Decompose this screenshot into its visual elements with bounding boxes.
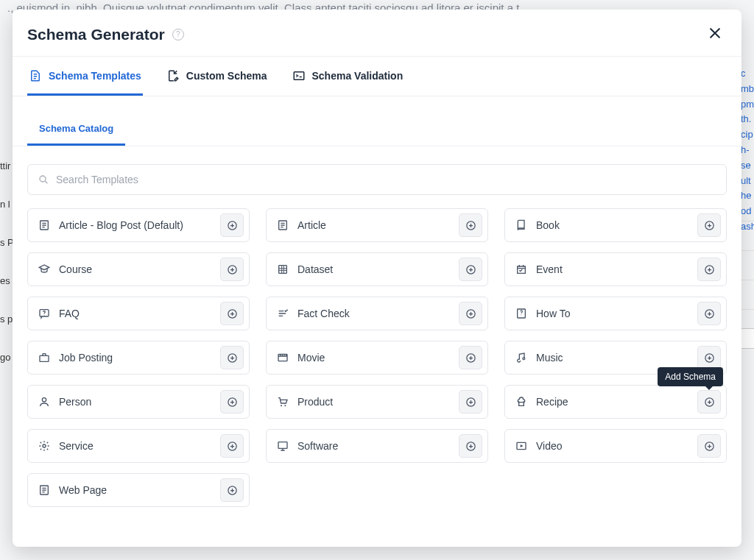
article-icon bbox=[38, 219, 50, 231]
cart-icon bbox=[277, 396, 289, 408]
add-schema-button[interactable] bbox=[697, 258, 721, 281]
schema-generator-modal: Schema Generator ? Schema Templates Cust… bbox=[13, 10, 741, 547]
template-card[interactable]: Fact Check bbox=[266, 297, 488, 330]
tab-label: Schema Validation bbox=[312, 70, 404, 82]
template-label: Job Posting bbox=[59, 352, 113, 364]
plus-circle-icon bbox=[704, 441, 715, 452]
tab-label: Custom Schema bbox=[186, 70, 267, 82]
template-grid: Article - Blog Post (Default)ArticleBook… bbox=[27, 208, 727, 507]
template-card[interactable]: Service bbox=[27, 429, 250, 463]
add-schema-tooltip: Add Schema bbox=[658, 367, 723, 386]
template-card[interactable]: Software bbox=[266, 429, 488, 463]
search-wrap bbox=[27, 164, 727, 195]
plus-circle-icon bbox=[704, 220, 715, 231]
plus-circle-icon bbox=[465, 441, 476, 452]
template-label: FAQ bbox=[59, 308, 80, 319]
plus-circle-icon bbox=[465, 264, 476, 275]
template-card-left: Software bbox=[277, 440, 338, 452]
plus-circle-icon bbox=[227, 308, 238, 319]
plus-circle-icon bbox=[465, 308, 476, 319]
plus-circle-icon bbox=[227, 397, 238, 408]
plus-circle-icon bbox=[227, 485, 238, 496]
template-card-left: Course bbox=[38, 263, 92, 275]
modal-header: Schema Generator ? bbox=[13, 10, 741, 57]
file-icon bbox=[29, 69, 42, 82]
movie-icon bbox=[277, 352, 289, 364]
template-card[interactable]: Person bbox=[27, 385, 250, 419]
plus-circle-icon bbox=[704, 352, 715, 364]
add-schema-button[interactable] bbox=[220, 213, 244, 237]
plus-circle-icon bbox=[704, 308, 715, 319]
plus-circle-icon bbox=[227, 441, 238, 452]
svg-rect-0 bbox=[294, 72, 304, 80]
tab-custom-schema[interactable]: Custom Schema bbox=[165, 57, 269, 96]
template-label: Article - Blog Post (Default) bbox=[59, 219, 183, 231]
template-label: Dataset bbox=[297, 263, 333, 275]
template-label: Product bbox=[297, 396, 333, 408]
add-schema-button[interactable] bbox=[697, 346, 721, 369]
template-card[interactable]: RecipeAdd Schema bbox=[504, 385, 727, 419]
template-card[interactable]: Course bbox=[27, 252, 250, 286]
add-schema-button[interactable] bbox=[459, 346, 482, 369]
template-label: Article bbox=[297, 219, 326, 231]
template-card-left: Music bbox=[515, 352, 563, 364]
add-schema-button[interactable] bbox=[459, 258, 482, 281]
help-icon[interactable]: ? bbox=[172, 29, 184, 40]
article-icon bbox=[277, 219, 289, 231]
template-card[interactable]: Event bbox=[504, 252, 727, 286]
template-label: Movie bbox=[297, 352, 325, 364]
tab-label: Schema Templates bbox=[49, 70, 141, 82]
close-button[interactable] bbox=[705, 23, 725, 46]
plus-circle-icon bbox=[227, 264, 238, 275]
template-card[interactable]: How To bbox=[504, 297, 727, 330]
template-card[interactable]: FAQ bbox=[27, 297, 250, 330]
template-card[interactable]: Product bbox=[266, 385, 488, 419]
template-label: Person bbox=[59, 396, 91, 408]
template-card[interactable]: Article bbox=[266, 208, 488, 242]
add-schema-button[interactable] bbox=[459, 213, 482, 237]
add-schema-button[interactable] bbox=[697, 434, 721, 458]
template-card[interactable]: Dataset bbox=[266, 252, 488, 286]
background-left-fragments: ttirn ls Pess pgo bbox=[0, 147, 13, 377]
template-label: Software bbox=[297, 440, 338, 452]
template-card[interactable]: Video bbox=[504, 429, 727, 463]
template-card[interactable]: Book bbox=[504, 208, 727, 242]
software-icon bbox=[277, 440, 289, 452]
template-card-left: Movie bbox=[277, 352, 325, 364]
add-schema-button[interactable] bbox=[459, 434, 482, 458]
add-schema-button[interactable] bbox=[459, 390, 482, 414]
add-schema-button[interactable] bbox=[697, 302, 721, 325]
add-schema-button[interactable] bbox=[220, 302, 244, 325]
template-card[interactable]: Job Posting bbox=[27, 341, 250, 375]
add-schema-button[interactable]: Add Schema bbox=[697, 390, 721, 414]
add-schema-button[interactable] bbox=[220, 258, 244, 281]
add-schema-button[interactable] bbox=[697, 213, 721, 237]
sub-tabs: Schema Catalog bbox=[13, 114, 741, 146]
main-tabs: Schema Templates Custom Schema Schema Va… bbox=[13, 57, 741, 96]
template-label: Video bbox=[536, 440, 563, 452]
plus-circle-icon bbox=[704, 397, 715, 408]
faq-icon bbox=[38, 308, 50, 319]
template-label: Course bbox=[59, 263, 92, 275]
tab-schema-validation[interactable]: Schema Validation bbox=[291, 57, 405, 96]
template-card-left: Video bbox=[515, 440, 563, 452]
template-card-left: Dataset bbox=[277, 263, 333, 275]
template-card[interactable]: Article - Blog Post (Default) bbox=[27, 208, 250, 242]
modal-title-wrap: Schema Generator ? bbox=[27, 26, 184, 43]
template-card[interactable]: Web Page bbox=[27, 473, 250, 507]
search-icon bbox=[38, 174, 49, 185]
add-schema-button[interactable] bbox=[459, 302, 482, 325]
person-icon bbox=[38, 396, 50, 408]
add-schema-button[interactable] bbox=[220, 390, 244, 414]
template-card[interactable]: Movie bbox=[266, 341, 488, 375]
template-label: Web Page bbox=[59, 484, 107, 496]
plus-circle-icon bbox=[227, 220, 238, 231]
sub-tab-schema-catalog[interactable]: Schema Catalog bbox=[27, 114, 125, 146]
plus-circle-icon bbox=[465, 220, 476, 231]
add-schema-button[interactable] bbox=[220, 478, 244, 502]
add-schema-button[interactable] bbox=[220, 434, 244, 458]
close-icon bbox=[708, 26, 722, 40]
tab-schema-templates[interactable]: Schema Templates bbox=[27, 57, 143, 96]
add-schema-button[interactable] bbox=[220, 346, 244, 369]
search-input[interactable] bbox=[27, 164, 727, 195]
